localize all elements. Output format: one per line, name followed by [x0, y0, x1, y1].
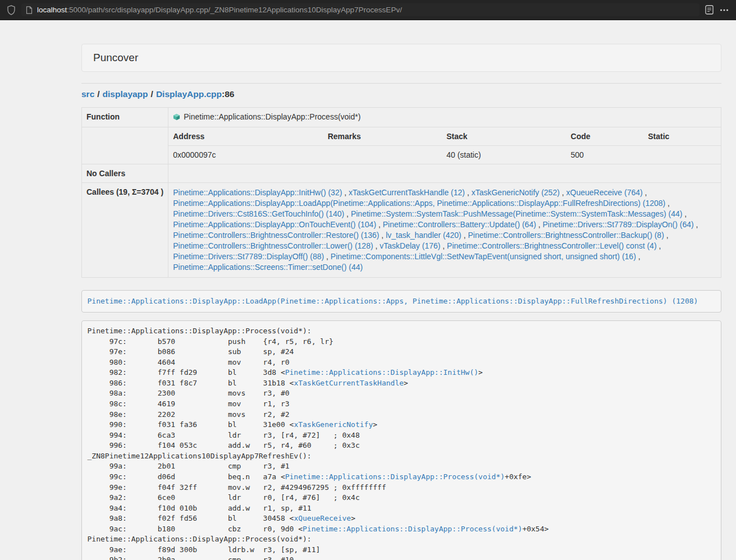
callee-separator: ,	[657, 241, 661, 250]
asm-symbol-link[interactable]: xTaskGenericNotify	[294, 420, 373, 429]
url-host: localhost	[37, 6, 67, 14]
callee-separator: ,	[665, 199, 670, 208]
url-bar[interactable]: localhost:5000/path/src/displayapp/Displ…	[21, 3, 700, 16]
callee-link[interactable]: Pinetime::Drivers::Cst816S::GetTouchInfo…	[173, 209, 344, 218]
function-name: Pinetime::Applications::DisplayApp::Proc…	[184, 112, 360, 121]
callee-separator: ,	[536, 220, 543, 229]
url-path: :5000/path/src/displayapp/DisplayApp.cpp…	[67, 6, 402, 14]
asm-symbol-link[interactable]: Pinetime::Applications::DisplayApp::Proc…	[285, 472, 505, 481]
breadcrumb-separator: /	[148, 89, 156, 99]
callees-list: Pinetime::Applications::DisplayApp::Init…	[168, 183, 721, 278]
callee-separator: ,	[694, 220, 698, 229]
no-callers-label: No Callers	[82, 164, 168, 183]
callee-link[interactable]: xTaskGenericNotify (252)	[472, 188, 560, 197]
callee-link[interactable]: Pinetime::Controllers::Battery::Update()…	[383, 220, 536, 229]
page-title: Puncover	[93, 52, 138, 63]
callee-link[interactable]: Pinetime::Drivers::St7789::DisplayOff() …	[173, 252, 324, 261]
callee-link[interactable]: Pinetime::Controllers::BrightnessControl…	[173, 231, 379, 240]
callees-row: Callees (19, Σ=3704 ) Pinetime::Applicat…	[82, 183, 721, 278]
asm-symbol-link[interactable]: Pinetime::Applications::DisplayApp::Init…	[285, 368, 478, 377]
callee-link[interactable]: Pinetime::Applications::DisplayApp::Load…	[173, 199, 665, 208]
callee-separator: ,	[440, 241, 447, 250]
callee-link[interactable]: xQueueReceive (764)	[566, 188, 643, 197]
asm-symbol-link[interactable]: xQueueReceive	[294, 514, 351, 522]
static-value	[643, 146, 721, 164]
callee-link[interactable]: Pinetime::Controllers::BrightnessControl…	[447, 241, 656, 250]
breadcrumb: src/displayapp/DisplayApp.cpp:86	[81, 89, 721, 99]
callee-separator: ,	[379, 231, 386, 240]
callee-link[interactable]: Pinetime::Controllers::BrightnessControl…	[468, 231, 664, 240]
snippet-link[interactable]: Pinetime::Applications::DisplayApp::Load…	[88, 297, 698, 305]
breadcrumb-link-src[interactable]: src	[81, 89, 94, 99]
callee-link[interactable]: Pinetime::Applications::Screens::Timer::…	[173, 263, 363, 272]
function-table: Function Pinetime::Applications::Display…	[81, 107, 721, 278]
callee-separator: ,	[344, 209, 351, 218]
col-header-static: Static	[643, 127, 721, 146]
content-container: Puncover src/displayapp/DisplayApp.cpp:8…	[81, 44, 721, 560]
breadcrumb-line-number: :86	[222, 89, 234, 99]
function-cube-icon	[173, 113, 180, 122]
snippet-pre: Pinetime::Applications::DisplayApp::Load…	[81, 290, 721, 313]
reader-mode-icon[interactable]	[705, 5, 714, 15]
callee-separator: ,	[664, 231, 669, 240]
callee-separator: ,	[461, 231, 468, 240]
col-header-stack: Stack	[442, 127, 566, 146]
callee-link[interactable]: Pinetime::Controllers::BrightnessControl…	[173, 241, 373, 250]
callee-separator: ,	[373, 241, 380, 250]
address-value: 0x0000097c	[168, 146, 323, 164]
metrics-row: Address Remarks Stack Code Static 0x0000…	[82, 127, 721, 164]
callee-link[interactable]: xTaskGetCurrentTaskHandle (12)	[349, 188, 465, 197]
url-text: localhost:5000/path/src/displayapp/Displ…	[37, 6, 402, 14]
metrics-row-label	[82, 127, 168, 164]
asm-symbol-link[interactable]: Pinetime::Applications::DisplayApp::Proc…	[303, 525, 522, 533]
metrics-table: Address Remarks Stack Code Static 0x0000…	[168, 127, 721, 164]
col-header-code: Code	[566, 127, 644, 146]
browser-toolbar: localhost:5000/path/src/displayapp/Displ…	[0, 0, 736, 20]
stack-value: 40 (static)	[442, 146, 566, 164]
callee-separator: ,	[324, 252, 331, 261]
metrics-data-row: 0x0000097c 40 (static) 500	[168, 146, 721, 164]
breadcrumb-link-displayapp-cpp[interactable]: DisplayApp.cpp	[156, 89, 222, 99]
page-content: Puncover src/displayapp/DisplayApp.cpp:8…	[0, 20, 736, 560]
callee-link[interactable]: lv_task_handler (420)	[386, 231, 461, 240]
callee-separator: ,	[465, 188, 472, 197]
remarks-value	[323, 146, 442, 164]
callee-link[interactable]: Pinetime::Components::LittleVgl::SetNewT…	[331, 252, 636, 261]
callee-link[interactable]: vTaskDelay (176)	[380, 241, 440, 250]
metrics-cell: Address Remarks Stack Code Static 0x0000…	[168, 127, 721, 164]
code-value: 500	[566, 146, 644, 164]
col-header-remarks: Remarks	[323, 127, 442, 146]
callee-separator: ,	[643, 188, 647, 197]
function-row-label: Function	[82, 108, 168, 127]
col-header-address: Address	[168, 127, 323, 146]
function-name-cell: Pinetime::Applications::DisplayApp::Proc…	[168, 108, 721, 127]
shield-icon[interactable]	[7, 5, 16, 15]
callee-link[interactable]: Pinetime::Applications::DisplayApp::Init…	[173, 188, 342, 197]
callee-separator: ,	[636, 252, 641, 261]
callee-link[interactable]: Pinetime::System::SystemTask::PushMessag…	[351, 209, 683, 218]
app-title-panel: Puncover	[81, 44, 721, 72]
breadcrumb-separator: /	[94, 89, 102, 99]
function-row: Function Pinetime::Applications::Display…	[82, 108, 721, 127]
callee-link[interactable]: Pinetime::Drivers::St7789::DisplayOn() (…	[543, 220, 694, 229]
breadcrumb-link-displayapp[interactable]: displayapp	[103, 89, 148, 99]
assembly-pre: Pinetime::Applications::DisplayApp::Proc…	[81, 320, 721, 560]
callers-cell	[168, 164, 721, 183]
callers-row: No Callers	[82, 164, 721, 183]
divider	[81, 83, 721, 84]
menu-icon[interactable]	[719, 5, 729, 15]
page-icon	[26, 6, 33, 14]
callee-separator: ,	[376, 220, 383, 229]
callee-separator: ,	[560, 188, 566, 197]
callee-separator: ,	[342, 188, 349, 197]
callee-separator: ,	[682, 209, 687, 218]
callees-label: Callees (19, Σ=3704 )	[82, 183, 168, 278]
asm-symbol-link[interactable]: xTaskGetCurrentTaskHandle	[294, 379, 404, 387]
callee-link[interactable]: Pinetime::Applications::DisplayApp::OnTo…	[173, 220, 376, 229]
